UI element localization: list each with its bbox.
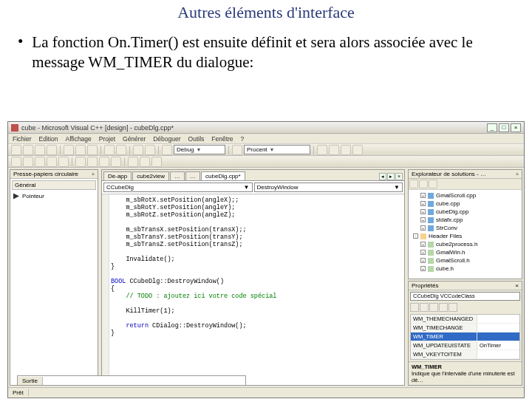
tab-file-2[interactable]: … [170, 171, 185, 180]
tree-node[interactable]: +cubeDlg.cpp [410, 208, 520, 216]
prop-events-button[interactable] [429, 303, 438, 312]
pointer-icon [13, 194, 19, 200]
t2-j[interactable] [128, 157, 138, 167]
menu-file[interactable]: Fichier [13, 135, 32, 143]
property-row[interactable]: WM_THEMECHANGED [411, 315, 519, 324]
save-button[interactable] [35, 145, 45, 155]
menu-edit[interactable]: Edition [39, 135, 58, 143]
properties-list[interactable]: WM_THEMECHANGEDWM_TIMECHANGEWM_TIMERWM_U… [410, 314, 520, 360]
find-combo[interactable]: Procent▼ [244, 145, 310, 154]
tab-close-button[interactable]: × [395, 173, 403, 180]
tab-file-0[interactable]: De-app [103, 171, 132, 180]
toolbox-close-icon[interactable]: × [92, 171, 95, 177]
tree-node[interactable]: -Header Files [410, 232, 520, 240]
prop-messages-button[interactable] [439, 303, 448, 312]
t2-f[interactable] [75, 157, 86, 167]
tree-node[interactable]: +stdafx.cpp [410, 216, 520, 224]
toolbox-tab-general[interactable]: Général [12, 180, 96, 190]
run-button[interactable] [162, 145, 172, 155]
tab-file-1[interactable]: cube2view [132, 171, 169, 180]
tab-prev-button[interactable]: ◂ [379, 173, 386, 180]
sol-btn-a[interactable] [409, 180, 418, 188]
tool-d[interactable] [352, 145, 363, 155]
menubar: Fichier Edition Affichage Projet Générer… [8, 134, 524, 144]
prop-overrides-button[interactable] [449, 303, 457, 312]
minimize-button[interactable]: _ [487, 123, 497, 132]
find-icon[interactable] [232, 145, 242, 155]
maximize-button[interactable]: □ [499, 123, 509, 132]
titlebar: cube - Microsoft Visual C++ [design] - c… [8, 122, 524, 134]
bullet-dot: • [18, 33, 23, 73]
sol-btn-c[interactable] [429, 180, 437, 188]
paste-button[interactable] [87, 145, 98, 155]
property-row[interactable]: WM_UPDATEUISTATE OnTimer [411, 341, 519, 350]
solution-tree[interactable]: +GmalScroll.cpp+cube.cpp+cubeDlg.cpp+std… [409, 190, 522, 279]
nav-fwd-button[interactable] [145, 145, 155, 155]
undo-button[interactable] [104, 145, 115, 155]
open-button[interactable] [23, 145, 33, 155]
cut-button[interactable] [64, 145, 74, 155]
prop-cat-button[interactable] [410, 303, 419, 312]
close-button[interactable]: × [511, 123, 521, 132]
redo-button[interactable] [116, 145, 126, 155]
menu-project[interactable]: Projet [99, 135, 115, 143]
property-row[interactable]: WM_TIMER [411, 332, 519, 341]
tree-node[interactable]: +GmalWin.h [410, 248, 520, 256]
menu-view[interactable]: Affichage [66, 135, 92, 143]
t2-h[interactable] [99, 157, 109, 167]
properties-close-icon[interactable]: × [515, 282, 519, 289]
t2-g[interactable] [87, 157, 98, 167]
tool-a[interactable] [317, 145, 327, 155]
toolbar-secondary [8, 156, 524, 168]
tool-b[interactable] [329, 145, 339, 155]
t2-a[interactable] [11, 157, 21, 167]
tree-node[interactable]: +GmalScroll.h [410, 256, 520, 265]
menu-build[interactable]: Générer [123, 135, 146, 143]
tree-node[interactable]: +GmalScroll.cpp [410, 191, 520, 200]
t2-b[interactable] [23, 157, 33, 167]
class-combo[interactable]: CCubeDlg▼ [103, 183, 253, 192]
copy-button[interactable] [75, 145, 86, 155]
tool-c[interactable] [341, 145, 351, 155]
toolbox-title: Presse-papiers circulaire [13, 171, 78, 177]
t2-c[interactable] [35, 157, 45, 167]
tab-next-button[interactable]: ▸ [387, 173, 395, 180]
slide-title: Autres éléments d'interface [0, 3, 532, 22]
tree-node[interactable]: +cube.h [410, 265, 520, 273]
tree-node[interactable]: +StrConv [410, 224, 520, 232]
sol-btn-b[interactable] [419, 180, 428, 188]
member-combo[interactable]: DestroyWindow▼ [254, 183, 403, 192]
t2-k[interactable] [140, 157, 150, 167]
tree-node[interactable]: +cube2process.h [410, 240, 520, 248]
menu-help[interactable]: ? [241, 135, 245, 143]
new-button[interactable] [11, 145, 21, 155]
editor-tabstrip: De-app cube2view … … cubeDlg.cpp* ◂ ▸ × [102, 170, 404, 181]
t2-e[interactable] [58, 157, 69, 167]
solution-close-icon[interactable]: × [516, 171, 519, 177]
config-combo[interactable]: Debug▼ [174, 145, 225, 154]
properties-object-combo[interactable]: CCubeDlg VCCodeClass [410, 292, 520, 301]
app-icon [11, 124, 18, 132]
prop-az-button[interactable] [420, 303, 429, 312]
properties-panel: Propriétés × CCubeDlg VCCodeClass WM_THE… [408, 281, 522, 386]
tree-node[interactable]: +cube.cpp [410, 200, 520, 208]
bullet-text: La fonction On.Timer() est ensuite défin… [32, 33, 514, 73]
t2-i[interactable] [111, 157, 121, 167]
saveall-button[interactable] [47, 145, 57, 155]
t2-l[interactable] [151, 157, 162, 167]
menu-window[interactable]: Fenêtre [211, 135, 233, 143]
tab-file-active[interactable]: cubeDlg.cpp* [201, 171, 245, 180]
property-row[interactable]: WM_TIMECHANGE [411, 324, 519, 332]
output-panel[interactable]: Sortie [17, 375, 246, 386]
menu-debug[interactable]: Déboguer [153, 135, 180, 143]
properties-description: WM_TIMER Indique que l'intervalle d'une … [409, 361, 522, 385]
toolbar-main: Debug▼ Procent▼ [8, 144, 524, 156]
tab-file-3[interactable]: … [185, 171, 200, 180]
nav-back-button[interactable] [133, 145, 143, 155]
menu-tools[interactable]: Outils [188, 135, 205, 143]
toolbox-pointer[interactable]: Pointeur [10, 191, 98, 201]
t2-d[interactable] [47, 157, 57, 167]
property-row[interactable]: WM_VKEYTOITEM [411, 350, 519, 359]
output-tab[interactable]: Sortie [18, 377, 43, 385]
code-editor[interactable]: m_sbRotX.setPosition(angleX);; m_sbRotY.… [102, 194, 404, 385]
